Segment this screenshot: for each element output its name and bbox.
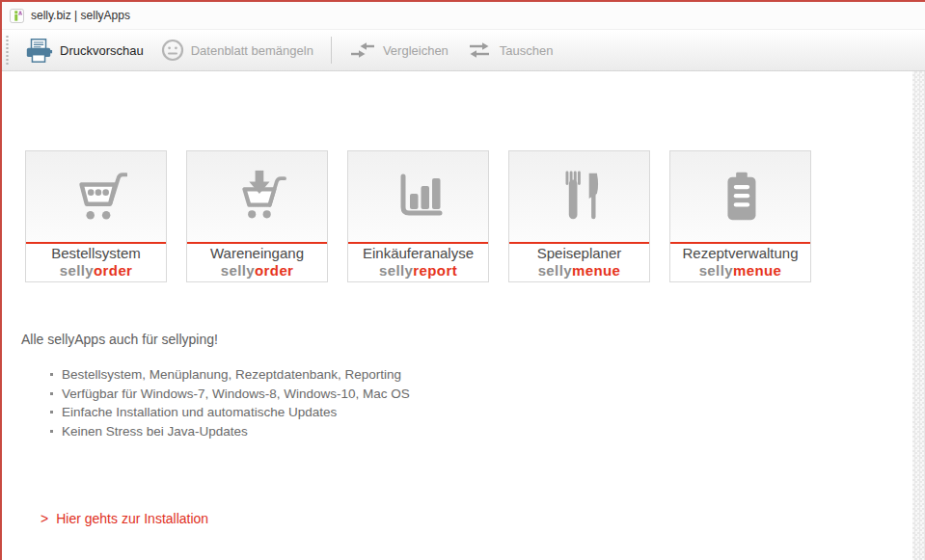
clipboard-icon <box>714 169 768 225</box>
app-card-row: Bestellsystem sellyorder <box>25 150 811 282</box>
card-speiseplaner[interactable]: Speiseplaner sellymenue <box>508 150 650 282</box>
brand-suffix: order <box>255 262 293 279</box>
card-brand: sellyorder <box>60 262 133 280</box>
swap-arrows-icon <box>466 40 493 60</box>
report-datasheet-label: Datenblatt bemängeln <box>191 43 313 58</box>
link-chevron: > <box>41 511 48 526</box>
list-item: Einfache Installation und automatische U… <box>50 403 410 422</box>
app-logo-icon <box>10 9 24 23</box>
card-labels: Wareneingang sellyorder <box>187 244 327 281</box>
list-item: Keinen Stress bei Java-Updates <box>50 422 410 441</box>
bullet-dot <box>50 430 53 433</box>
card-brand: sellyorder <box>221 262 294 280</box>
card-labels: Speiseplaner sellymenue <box>509 244 649 281</box>
card-labels: Einkäuferanalyse sellyreport <box>348 244 488 281</box>
list-item: Bestellsystem, Menüplanung, Rezeptdatenb… <box>50 365 410 385</box>
background-pattern-strip <box>912 71 925 560</box>
feature-list: Bestellsystem, Menüplanung, Rezeptdatenb… <box>50 365 410 440</box>
card-name: Einkäuferanalyse <box>363 245 474 262</box>
card-icon-area <box>348 151 488 244</box>
installation-link[interactable]: > Hier gehts zur Installation <box>41 511 208 526</box>
compare-button[interactable]: Vergleichen <box>340 38 457 63</box>
report-datasheet-button[interactable]: Datenblatt bemängeln <box>152 36 322 65</box>
cart-receive-icon <box>227 169 288 225</box>
list-item-text: Keinen Stress bei Java-Updates <box>62 424 248 439</box>
bullet-dot <box>50 392 53 395</box>
card-name: Speiseplaner <box>537 245 622 262</box>
card-name: Rezeptverwaltung <box>682 245 798 262</box>
brand-suffix: menue <box>572 262 620 279</box>
card-wareneingang[interactable]: Wareneingang sellyorder <box>186 150 328 282</box>
card-icon-area <box>26 151 166 244</box>
toolbar: Druckvorschau Datenblatt bemängeln <box>2 29 925 71</box>
brand-prefix: selly <box>379 262 413 279</box>
card-brand: sellymenue <box>538 262 621 280</box>
card-labels: Rezeptverwaltung sellymenue <box>670 244 810 281</box>
print-preview-button[interactable]: Druckvorschau <box>15 33 152 67</box>
brand-prefix: selly <box>538 262 572 279</box>
card-rezeptverwaltung[interactable]: Rezeptverwaltung sellymenue <box>669 150 811 282</box>
bar-chart-icon <box>388 169 449 225</box>
window-title: selly.biz | sellyApps <box>31 9 130 22</box>
card-icon-area <box>670 151 810 244</box>
bullet-dot <box>50 373 53 376</box>
swap-label: Tauschen <box>500 43 554 58</box>
cutlery-icon <box>553 169 607 225</box>
shopping-cart-icon <box>66 169 127 225</box>
list-item: Verfügbar für Windows-7, Windows-8, Wind… <box>50 385 410 404</box>
card-icon-area <box>187 151 327 244</box>
title-bar: selly.biz | sellyApps <box>2 2 925 29</box>
card-brand: sellyreport <box>379 262 457 280</box>
content-area: Bestellsystem sellyorder <box>2 71 925 560</box>
list-item-text: Einfache Installation und automatische U… <box>62 405 337 419</box>
brand-suffix: report <box>413 262 457 279</box>
card-einkaeuferanalyse[interactable]: Einkäuferanalyse sellyreport <box>347 150 489 282</box>
compare-label: Vergleichen <box>383 43 449 58</box>
printer-icon <box>24 36 53 65</box>
compare-arrows-icon <box>349 40 376 60</box>
card-name: Bestellsystem <box>51 245 141 262</box>
card-icon-area <box>509 151 649 244</box>
toolbar-separator <box>331 37 332 64</box>
card-name: Wareneingang <box>210 245 304 262</box>
card-brand: sellymenue <box>699 262 782 280</box>
brand-prefix: selly <box>221 262 255 279</box>
link-label: Hier gehts zur Installation <box>56 511 208 526</box>
toolbar-grip[interactable] <box>5 35 10 66</box>
card-labels: Bestellsystem sellyorder <box>26 244 166 281</box>
card-bestellsystem[interactable]: Bestellsystem sellyorder <box>25 150 167 282</box>
neutral-face-icon <box>161 39 184 62</box>
brand-suffix: menue <box>733 262 781 279</box>
print-preview-label: Druckvorschau <box>60 43 144 58</box>
app-window: selly.biz | sellyApps Druckvorschau <box>0 0 925 560</box>
intro-headline: Alle sellyApps auch für sellyping! <box>21 332 218 347</box>
list-item-text: Verfügbar für Windows-7, Windows-8, Wind… <box>62 387 410 401</box>
list-item-text: Bestellsystem, Menüplanung, Rezeptdatenb… <box>62 367 401 382</box>
bullet-dot <box>50 411 53 413</box>
brand-suffix: order <box>94 262 132 279</box>
brand-prefix: selly <box>60 262 94 279</box>
swap-button[interactable]: Tauschen <box>457 38 562 63</box>
brand-prefix: selly <box>699 262 733 279</box>
